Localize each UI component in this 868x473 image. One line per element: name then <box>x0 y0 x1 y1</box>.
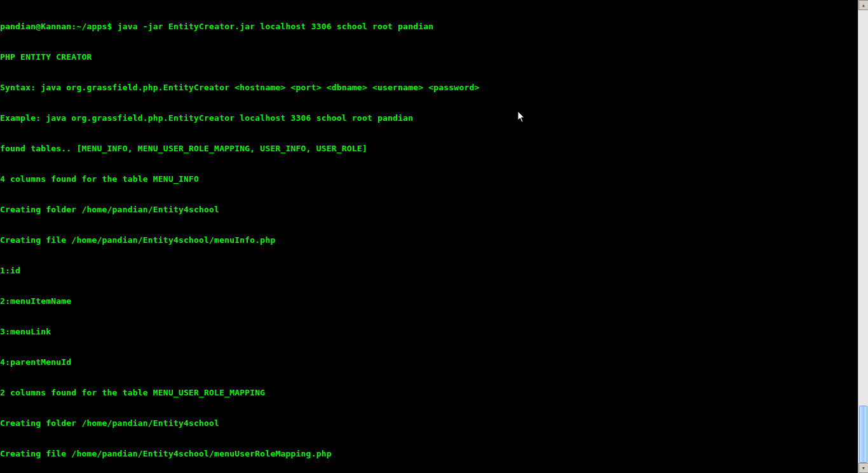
output-line: PHP ENTITY CREATOR <box>0 52 858 62</box>
prompt: pandian@Kannan:~/apps$ <box>0 22 118 31</box>
output-line: 3:menuLink <box>0 327 858 337</box>
terminal-output[interactable]: pandian@Kannan:~/apps$ java -jar EntityC… <box>0 0 858 473</box>
output-line: 4 columns found for the table MENU_INFO <box>0 174 858 184</box>
output-line: 4:parentMenuId <box>0 357 858 367</box>
scroll-down-button[interactable]: ▾ <box>858 463 868 473</box>
output-line: found tables.. [MENU_INFO, MENU_USER_ROL… <box>0 144 858 154</box>
output-line: Creating file /home/pandian/Entity4schoo… <box>0 235 858 245</box>
vertical-scrollbar[interactable]: ▴ ▾ <box>858 0 868 473</box>
output-line: 2 columns found for the table MENU_USER_… <box>0 388 858 398</box>
chevron-down-icon: ▾ <box>862 465 865 471</box>
scrollbar-track[interactable] <box>858 10 868 463</box>
output-line: Creating folder /home/pandian/Entity4sch… <box>0 418 858 428</box>
scroll-up-button[interactable]: ▴ <box>858 0 868 10</box>
output-line: 2:menuItemName <box>0 296 858 306</box>
terminal-window: pandian@Kannan:~/apps$ java -jar EntityC… <box>0 0 868 473</box>
output-line: 1:id <box>0 266 858 276</box>
command-text: java -jar EntityCreator.jar localhost 33… <box>118 22 434 31</box>
chevron-up-icon: ▴ <box>862 2 865 8</box>
output-line: Creating file /home/pandian/Entity4schoo… <box>0 449 858 459</box>
output-line: Syntax: java org.grassfield.php.EntityCr… <box>0 83 858 93</box>
scrollbar-thumb[interactable] <box>859 406 867 463</box>
output-line: Example: java org.grassfield.php.EntityC… <box>0 113 858 123</box>
command-line: pandian@Kannan:~/apps$ java -jar EntityC… <box>0 22 858 32</box>
output-line: Creating folder /home/pandian/Entity4sch… <box>0 205 858 215</box>
